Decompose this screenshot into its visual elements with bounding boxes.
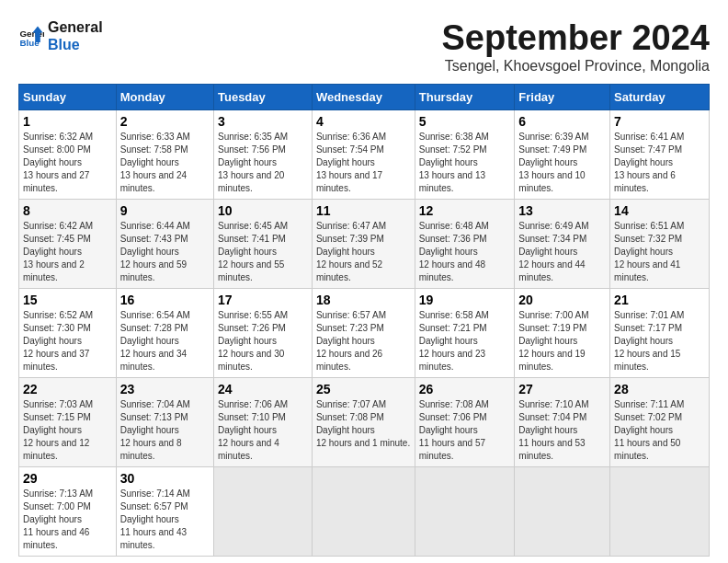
logo: General Blue General Blue [18,18,103,53]
calendar-cell: 8 Sunrise: 6:42 AM Sunset: 7:45 PM Dayli… [19,200,117,289]
logo-icon: General Blue [18,23,44,49]
calendar-cell: 29 Sunrise: 7:13 AM Sunset: 7:00 PM Dayl… [19,467,117,557]
calendar-cell [415,467,515,557]
calendar-cell: 4 Sunrise: 6:36 AM Sunset: 7:54 PM Dayli… [312,110,415,200]
day-info: Sunrise: 6:57 AM Sunset: 7:23 PM Dayligh… [316,309,411,373]
calendar-cell: 25 Sunrise: 7:07 AM Sunset: 7:08 PM Dayl… [312,378,415,467]
day-number: 8 [23,203,112,218]
day-info: Sunrise: 7:08 AM Sunset: 7:06 PM Dayligh… [419,398,511,463]
calendar-cell: 5 Sunrise: 6:38 AM Sunset: 7:52 PM Dayli… [415,110,515,200]
col-header-saturday: Saturday [610,85,710,110]
day-number: 7 [614,114,705,129]
day-number: 14 [614,203,705,218]
calendar-cell: 7 Sunrise: 6:41 AM Sunset: 7:47 PM Dayli… [610,110,710,200]
calendar-header-row: SundayMondayTuesdayWednesdayThursdayFrid… [19,85,710,110]
day-number: 26 [419,382,511,396]
day-info: Sunrise: 7:10 AM Sunset: 7:04 PM Dayligh… [518,398,606,463]
calendar-cell: 12 Sunrise: 6:48 AM Sunset: 7:36 PM Dayl… [415,200,515,289]
day-info: Sunrise: 7:01 AM Sunset: 7:17 PM Dayligh… [614,309,705,373]
day-info: Sunrise: 6:58 AM Sunset: 7:21 PM Dayligh… [419,309,511,373]
calendar-cell [610,467,710,557]
calendar-cell: 17 Sunrise: 6:55 AM Sunset: 7:26 PM Dayl… [213,289,312,378]
day-info: Sunrise: 6:38 AM Sunset: 7:52 PM Dayligh… [419,131,511,195]
day-number: 17 [218,293,308,307]
day-info: Sunrise: 6:52 AM Sunset: 7:30 PM Dayligh… [23,309,112,373]
day-number: 13 [518,203,606,218]
day-number: 28 [614,382,705,396]
day-number: 4 [316,114,411,129]
day-info: Sunrise: 6:39 AM Sunset: 7:49 PM Dayligh… [518,131,606,195]
day-number: 2 [120,114,210,129]
calendar-cell: 23 Sunrise: 7:04 AM Sunset: 7:13 PM Dayl… [116,378,213,467]
day-number: 25 [316,382,411,396]
col-header-monday: Monday [116,85,213,110]
calendar-cell: 22 Sunrise: 7:03 AM Sunset: 7:15 PM Dayl… [19,378,117,467]
calendar-cell: 1 Sunrise: 6:32 AM Sunset: 8:00 PM Dayli… [19,110,117,200]
col-header-wednesday: Wednesday [312,85,415,110]
header: General Blue General Blue September 2024… [18,18,710,75]
day-info: Sunrise: 6:49 AM Sunset: 7:34 PM Dayligh… [518,220,606,284]
col-header-thursday: Thursday [415,85,515,110]
day-number: 30 [120,471,210,486]
day-number: 1 [23,114,112,129]
calendar-cell [312,467,415,557]
calendar-cell: 30 Sunrise: 7:14 AM Sunset: 6:57 PM Dayl… [116,467,213,557]
logo-blue: Blue [48,36,103,53]
day-info: Sunrise: 6:33 AM Sunset: 7:58 PM Dayligh… [120,131,210,195]
calendar-cell: 19 Sunrise: 6:58 AM Sunset: 7:21 PM Dayl… [415,289,515,378]
day-number: 29 [23,471,112,486]
calendar-cell: 3 Sunrise: 6:35 AM Sunset: 7:56 PM Dayli… [213,110,312,200]
calendar-cell: 18 Sunrise: 6:57 AM Sunset: 7:23 PM Dayl… [312,289,415,378]
day-info: Sunrise: 7:14 AM Sunset: 6:57 PM Dayligh… [120,488,210,552]
calendar-cell: 13 Sunrise: 6:49 AM Sunset: 7:34 PM Dayl… [515,200,610,289]
day-number: 18 [316,293,411,307]
calendar-cell: 24 Sunrise: 7:06 AM Sunset: 7:10 PM Dayl… [213,378,312,467]
calendar-table: SundayMondayTuesdayWednesdayThursdayFrid… [18,84,710,557]
day-info: Sunrise: 6:55 AM Sunset: 7:26 PM Dayligh… [218,309,308,373]
calendar-cell [213,467,312,557]
logo-general: General [48,18,103,36]
calendar-week-row: 29 Sunrise: 7:13 AM Sunset: 7:00 PM Dayl… [19,467,710,557]
day-info: Sunrise: 7:13 AM Sunset: 7:00 PM Dayligh… [23,488,112,552]
calendar-body: 1 Sunrise: 6:32 AM Sunset: 8:00 PM Dayli… [19,110,710,557]
day-number: 15 [23,293,112,307]
col-header-friday: Friday [515,85,610,110]
day-info: Sunrise: 6:32 AM Sunset: 8:00 PM Dayligh… [23,131,112,195]
day-info: Sunrise: 6:54 AM Sunset: 7:28 PM Dayligh… [120,309,210,373]
day-number: 20 [518,293,606,307]
day-info: Sunrise: 7:06 AM Sunset: 7:10 PM Dayligh… [218,398,308,463]
day-number: 9 [120,203,210,218]
calendar-cell: 27 Sunrise: 7:10 AM Sunset: 7:04 PM Dayl… [515,378,610,467]
day-number: 16 [120,293,210,307]
day-info: Sunrise: 6:45 AM Sunset: 7:41 PM Dayligh… [218,220,308,284]
day-info: Sunrise: 7:03 AM Sunset: 7:15 PM Dayligh… [23,398,112,463]
calendar-cell: 14 Sunrise: 6:51 AM Sunset: 7:32 PM Dayl… [610,200,710,289]
calendar-cell: 2 Sunrise: 6:33 AM Sunset: 7:58 PM Dayli… [116,110,213,200]
month-title: September 2024 [442,18,711,58]
day-info: Sunrise: 6:41 AM Sunset: 7:47 PM Dayligh… [614,131,705,195]
day-number: 6 [518,114,606,129]
calendar-cell [515,467,610,557]
calendar-cell: 6 Sunrise: 6:39 AM Sunset: 7:49 PM Dayli… [515,110,610,200]
day-info: Sunrise: 6:48 AM Sunset: 7:36 PM Dayligh… [419,220,511,284]
day-number: 5 [419,114,511,129]
day-number: 12 [419,203,511,218]
calendar-cell: 11 Sunrise: 6:47 AM Sunset: 7:39 PM Dayl… [312,200,415,289]
day-info: Sunrise: 7:00 AM Sunset: 7:19 PM Dayligh… [518,309,606,373]
calendar-cell: 20 Sunrise: 7:00 AM Sunset: 7:19 PM Dayl… [515,289,610,378]
col-header-sunday: Sunday [19,85,117,110]
day-number: 10 [218,203,308,218]
calendar-cell: 15 Sunrise: 6:52 AM Sunset: 7:30 PM Dayl… [19,289,117,378]
calendar-cell: 28 Sunrise: 7:11 AM Sunset: 7:02 PM Dayl… [610,378,710,467]
title-section: September 2024 Tsengel, Khoevsgoel Provi… [442,18,711,75]
calendar-week-row: 15 Sunrise: 6:52 AM Sunset: 7:30 PM Dayl… [19,289,710,378]
day-number: 24 [218,382,308,396]
calendar-week-row: 22 Sunrise: 7:03 AM Sunset: 7:15 PM Dayl… [19,378,710,467]
calendar-cell: 16 Sunrise: 6:54 AM Sunset: 7:28 PM Dayl… [116,289,213,378]
day-number: 3 [218,114,308,129]
day-number: 19 [419,293,511,307]
day-info: Sunrise: 7:07 AM Sunset: 7:08 PM Dayligh… [316,398,411,450]
calendar-cell: 21 Sunrise: 7:01 AM Sunset: 7:17 PM Dayl… [610,289,710,378]
calendar-cell: 10 Sunrise: 6:45 AM Sunset: 7:41 PM Dayl… [213,200,312,289]
location-subtitle: Tsengel, Khoevsgoel Province, Mongolia [442,58,711,75]
